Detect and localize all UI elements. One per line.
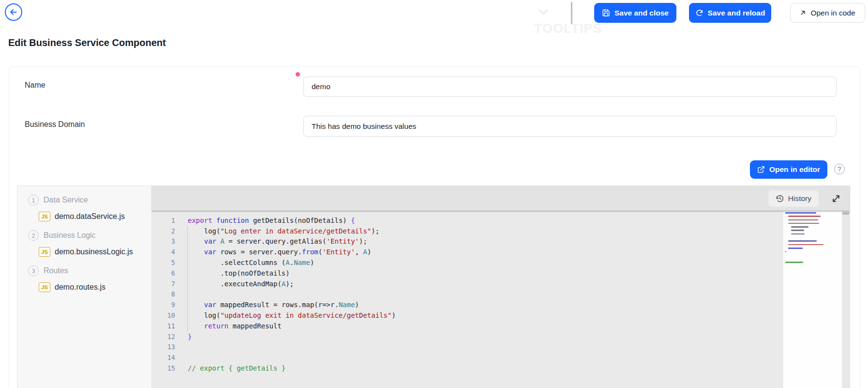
file-item[interactable]: JSdemo.routes.js xyxy=(39,282,151,292)
top-bar: TOOLTIPS Save and close Save and reload … xyxy=(0,0,868,37)
help-glyph: ? xyxy=(838,165,842,173)
minimap-line xyxy=(783,236,842,239)
line-number: 8 xyxy=(152,290,175,298)
code-line: 11 return mappedResult xyxy=(152,321,850,331)
save-and-close-button[interactable]: Save and close xyxy=(594,3,676,23)
minimap-line xyxy=(783,261,842,264)
code-line: 7 .executeAndMap(A); xyxy=(152,279,850,289)
history-icon xyxy=(776,194,784,203)
line-number: 10 xyxy=(152,311,175,319)
scrollbar[interactable] xyxy=(842,211,850,388)
minimap-line xyxy=(783,233,842,236)
open-in-code-button[interactable]: Open in code xyxy=(790,3,865,23)
line-number: 4 xyxy=(152,248,175,256)
save-and-reload-label: Save and reload xyxy=(708,9,765,17)
line-number: 15 xyxy=(152,364,175,372)
editor-main: History 1export function getDetails(noOf… xyxy=(152,186,850,388)
line-number: 2 xyxy=(152,227,175,235)
reload-icon xyxy=(695,9,703,17)
editor-toolbar: History xyxy=(152,186,850,211)
minimap-line xyxy=(783,239,842,243)
sidebar-section: 3Routes xyxy=(28,265,151,276)
code-line: 14 xyxy=(152,352,850,363)
line-number: 13 xyxy=(152,343,175,351)
minimap-line xyxy=(783,250,842,253)
save-and-reload-button[interactable]: Save and reload xyxy=(689,3,771,23)
chevron-down-icon xyxy=(536,5,551,19)
back-button[interactable] xyxy=(5,3,22,21)
line-number: 1 xyxy=(152,217,175,224)
code-editor[interactable]: 1export function getDetails(noOfDetails)… xyxy=(152,211,850,388)
minimap-line xyxy=(783,225,842,229)
code-editor-panel: 1Data ServiceJSdemo.dataService.js2Busin… xyxy=(17,186,850,388)
minimap-line xyxy=(783,243,842,247)
section-number: 2 xyxy=(28,230,39,241)
section-number: 3 xyxy=(28,265,39,276)
indent-guide xyxy=(187,226,188,332)
line-number: 9 xyxy=(152,301,175,309)
page-title: Edit Business Service Component xyxy=(8,37,166,48)
minimap-line xyxy=(783,215,842,218)
watermark-text: TOOLTIPS xyxy=(534,21,602,36)
section-number: 1 xyxy=(28,195,39,205)
help-icon[interactable]: ? xyxy=(834,164,845,174)
code-lines: 1export function getDetails(noOfDetails)… xyxy=(152,211,850,373)
section-label: Routes xyxy=(44,266,68,275)
code-line: 10 log("updateLog exit in dataService/ge… xyxy=(152,310,850,321)
code-line: 9 var mappedResult = rows.map(r=>r.Name) xyxy=(152,299,850,310)
minimap-line xyxy=(783,218,842,222)
scrollbar-thumb[interactable] xyxy=(842,212,849,215)
file-name: demo.businessLogic.js xyxy=(55,248,133,256)
code-line: 12} xyxy=(152,331,850,342)
line-number: 11 xyxy=(152,322,175,330)
line-number: 5 xyxy=(152,259,175,266)
js-file-icon: JS xyxy=(39,247,50,257)
history-button[interactable]: History xyxy=(768,190,819,207)
code-line: 2 log("Log enter in dataService/getDetai… xyxy=(152,226,850,236)
section-label: Data Service xyxy=(44,196,88,204)
name-input[interactable] xyxy=(303,77,837,97)
open-in-editor-button[interactable]: Open in editor xyxy=(750,160,827,179)
business-domain-input[interactable] xyxy=(303,116,837,137)
code-line: 5 .selectColumns (A.Name) xyxy=(152,257,850,268)
open-in-editor-label: Open in editor xyxy=(769,165,820,174)
js-file-icon: JS xyxy=(39,282,50,292)
arrow-up-right-icon xyxy=(800,10,806,16)
arrow-left-icon xyxy=(9,7,18,17)
sidebar-section: 1Data Service xyxy=(28,195,151,205)
line-number: 12 xyxy=(152,333,175,341)
line-number: 6 xyxy=(152,269,175,277)
minimap-line xyxy=(783,247,842,250)
minimap[interactable] xyxy=(783,211,842,388)
code-line: 15// export { getDetails } xyxy=(152,363,850,373)
expand-icon[interactable] xyxy=(831,194,841,203)
external-link-icon xyxy=(757,166,765,173)
minimap-line xyxy=(783,257,842,261)
line-number: 3 xyxy=(152,237,175,245)
file-item[interactable]: JSdemo.businessLogic.js xyxy=(39,247,151,257)
minimap-line xyxy=(783,229,842,232)
code-line: 3 var A = server.query.getAlias('Entity'… xyxy=(152,236,850,247)
history-label: History xyxy=(788,194,811,203)
file-name: demo.dataService.js xyxy=(55,212,125,221)
save-icon xyxy=(602,9,610,17)
js-file-icon: JS xyxy=(39,212,50,221)
open-in-code-label: Open in code xyxy=(810,9,855,17)
name-label: Name xyxy=(25,81,45,90)
line-number: 7 xyxy=(152,280,175,288)
save-and-close-label: Save and close xyxy=(614,9,669,17)
code-line: 13 xyxy=(152,342,850,353)
business-domain-label: Business Domain xyxy=(25,120,85,129)
file-sidebar: 1Data ServiceJSdemo.dataService.js2Busin… xyxy=(17,186,152,388)
required-dot xyxy=(296,72,300,77)
code-line: 1export function getDetails(noOfDetails)… xyxy=(152,215,850,226)
file-name: demo.routes.js xyxy=(55,283,105,292)
section-label: Business Logic xyxy=(44,231,96,240)
code-line: 4 var rows = server.query.from('Entity',… xyxy=(152,247,850,257)
file-item[interactable]: JSdemo.dataService.js xyxy=(39,212,151,221)
code-line: 6 .top(noOfDetails) xyxy=(152,268,850,279)
minimap-line xyxy=(783,222,842,225)
minimap-line xyxy=(783,254,842,257)
minimap-line xyxy=(783,211,842,215)
edit-form-card: Name Business Domain Open in editor ? 1D… xyxy=(9,66,860,388)
